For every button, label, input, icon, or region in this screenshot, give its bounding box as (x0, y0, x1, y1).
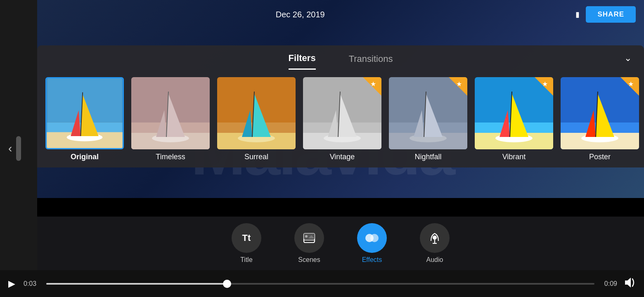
project-date: Dec 26, 2019 (276, 10, 325, 19)
chevron-down-icon[interactable]: ⌄ (624, 53, 632, 64)
top-right-controls: ▮ SHARE (575, 6, 636, 23)
back-arrow-icon[interactable]: ‹ (8, 142, 12, 155)
battery-icon: ▮ (575, 10, 580, 19)
filter-surreal[interactable]: Surreal (217, 77, 296, 161)
filter-vintage-label: Vintage (330, 153, 355, 161)
play-button[interactable]: ▶ (8, 278, 15, 289)
filter-poster-thumb: ★ (561, 77, 639, 149)
top-bar: ◀ Dec 26, 2019 ▮ SHARE (0, 0, 644, 29)
left-nav: ‹ (0, 0, 37, 297)
filter-poster[interactable]: ★ Poster (561, 77, 639, 161)
progress-bar[interactable] (46, 283, 594, 285)
scenes-label: Scenes (298, 256, 320, 264)
progress-fill (46, 283, 227, 285)
filter-original-label: Original (71, 153, 99, 161)
filter-timeless-thumb (131, 77, 210, 149)
title-icon-text: Tt (242, 233, 251, 243)
filter-vintage[interactable]: ★ Vintage (303, 77, 381, 161)
svg-point-63 (370, 234, 379, 242)
svg-point-64 (433, 236, 437, 240)
time-current: 0:03 (24, 280, 40, 288)
filter-nightfall-label: Nightfall (414, 153, 441, 161)
effects-icon (357, 223, 387, 253)
svg-text:★: ★ (542, 80, 548, 87)
svg-text:★: ★ (456, 80, 462, 87)
progress-thumb[interactable] (223, 280, 231, 288)
filter-timeless[interactable]: Timeless (131, 77, 210, 161)
tab-filters[interactable]: Filters (289, 53, 316, 70)
filters-panel: Filters Transitions ⌄ (37, 45, 644, 167)
filter-vibrant-thumb: ★ (475, 77, 553, 149)
audio-icon (420, 223, 450, 253)
scenes-icon (294, 223, 324, 253)
filter-original[interactable]: Original (45, 77, 124, 161)
tool-audio[interactable]: Audio (420, 223, 450, 264)
filter-timeless-label: Timeless (156, 153, 185, 161)
svg-text:★: ★ (370, 80, 376, 87)
scroll-handle[interactable] (16, 136, 21, 161)
title-icon: Tt (232, 223, 261, 253)
audio-label: Audio (426, 256, 443, 264)
filter-surreal-thumb (217, 77, 296, 149)
tool-effects[interactable]: Effects (357, 223, 387, 264)
svg-marker-67 (625, 278, 631, 288)
tool-title[interactable]: Tt Title (232, 223, 261, 264)
filter-tabs: Filters Transitions ⌄ (37, 45, 644, 70)
tab-transitions[interactable]: Transitions (349, 54, 393, 69)
filter-vintage-thumb: ★ (303, 77, 381, 149)
tool-scenes[interactable]: Scenes (294, 223, 324, 264)
filter-list: Original Timeless (37, 70, 644, 167)
time-total: 0:09 (601, 280, 617, 288)
filter-original-thumb (45, 77, 124, 149)
effects-label: Effects (362, 256, 382, 264)
svg-point-59 (305, 235, 308, 238)
volume-icon[interactable] (623, 277, 636, 291)
filter-nightfall[interactable]: ★ Nightfall (389, 77, 467, 161)
share-button[interactable]: SHARE (586, 6, 636, 23)
playbar: ▶ 0:03 0:09 (0, 270, 644, 297)
filter-poster-label: Poster (589, 153, 611, 161)
svg-text:★: ★ (628, 80, 634, 87)
filter-vibrant-label: Vibrant (502, 153, 526, 161)
title-label: Title (240, 256, 253, 264)
filter-surreal-label: Surreal (244, 153, 268, 161)
bottom-toolbar: Tt Title Scenes Effects (37, 217, 644, 270)
filter-vibrant[interactable]: ★ Vibrant (475, 77, 553, 161)
filter-nightfall-thumb: ★ (389, 77, 467, 149)
